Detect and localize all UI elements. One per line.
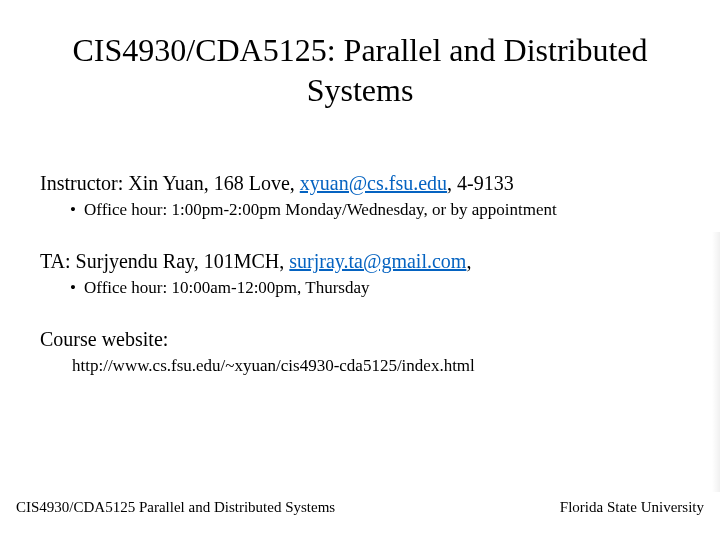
- slide: CIS4930/CDA5125: Parallel and Distribute…: [0, 0, 720, 540]
- ta-section: TA: Surjyendu Ray, 101MCH, surjray.ta@gm…: [40, 248, 680, 300]
- slide-content: Instructor: Xin Yuan, 168 Love, xyuan@cs…: [40, 170, 680, 404]
- instructor-section: Instructor: Xin Yuan, 168 Love, xyuan@cs…: [40, 170, 680, 222]
- decorative-shadow: [712, 232, 720, 492]
- slide-title: CIS4930/CDA5125: Parallel and Distribute…: [40, 30, 680, 110]
- instructor-suffix: , 4-9133: [447, 172, 514, 194]
- website-url: http://www.cs.fsu.edu/~xyuan/cis4930-cda…: [40, 355, 680, 378]
- instructor-office-hours: Office hour: 1:00pm-2:00pm Monday/Wednes…: [40, 199, 680, 222]
- ta-email-link[interactable]: surjray.ta@gmail.com: [289, 250, 466, 272]
- footer-left: CIS4930/CDA5125 Parallel and Distributed…: [16, 499, 335, 516]
- instructor-email-link[interactable]: xyuan@cs.fsu.edu: [300, 172, 447, 194]
- instructor-prefix: Instructor: Xin Yuan, 168 Love,: [40, 172, 300, 194]
- footer-right: Florida State University: [560, 499, 704, 516]
- instructor-line: Instructor: Xin Yuan, 168 Love, xyuan@cs…: [40, 170, 680, 197]
- website-label: Course website:: [40, 326, 680, 353]
- ta-office-hours: Office hour: 10:00am-12:00pm, Thursday: [40, 277, 680, 300]
- ta-prefix: TA: Surjyendu Ray, 101MCH,: [40, 250, 289, 272]
- slide-footer: CIS4930/CDA5125 Parallel and Distributed…: [16, 499, 704, 516]
- ta-line: TA: Surjyendu Ray, 101MCH, surjray.ta@gm…: [40, 248, 680, 275]
- ta-suffix: ,: [466, 250, 471, 272]
- website-section: Course website: http://www.cs.fsu.edu/~x…: [40, 326, 680, 378]
